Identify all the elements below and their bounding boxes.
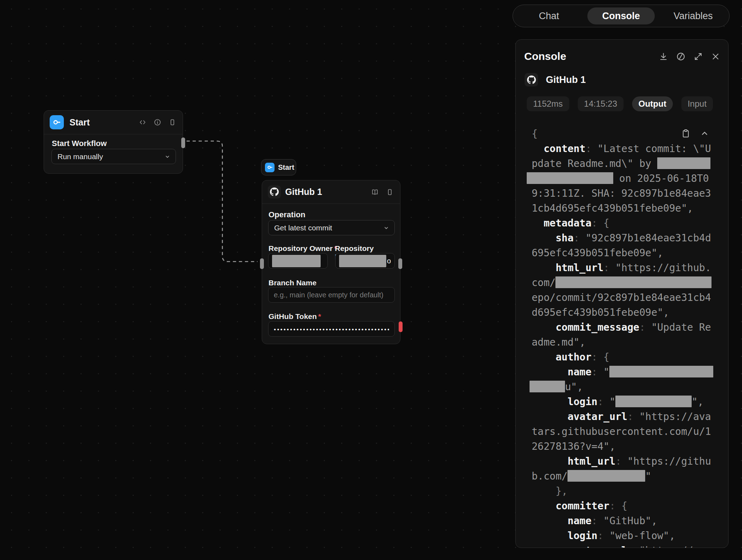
redacted-text [609, 366, 713, 377]
redacted-value [272, 255, 321, 267]
operation-label: Operation [268, 210, 305, 219]
repo-owner-input[interactable] [268, 253, 328, 269]
console-line: login: "", [532, 394, 716, 409]
redacted-value [339, 255, 386, 267]
redacted-text [555, 276, 711, 288]
console-line: html_url: "https://github. [532, 261, 716, 275]
start-node-icon [50, 115, 64, 129]
redacted-text [530, 381, 565, 392]
console-line: sha: "92c897b1e84eae31cb4d [532, 231, 716, 246]
start-node-title: Start [70, 117, 90, 128]
start-pill-icon [265, 163, 275, 172]
console-panel[interactable]: Console GitHub 1 [515, 39, 729, 548]
start-node[interactable]: Start Start Workflow Run manually [44, 110, 183, 174]
github-node[interactable]: GitHub 1 Operation Get latest commit Rep… [262, 180, 400, 344]
console-line: }, [532, 484, 716, 499]
console-line: u", [532, 380, 716, 394]
console-line: d695efc439b051febe09e", [532, 305, 716, 320]
tab-chat[interactable]: Chat [515, 7, 582, 24]
start-trigger-value: Run manually [57, 152, 103, 161]
console-line: on 2025-06-18T0 [532, 171, 716, 186]
console-line: metadata: { [532, 216, 716, 231]
duration-badge: 1152ms [527, 96, 569, 111]
start-node-header[interactable]: Start [44, 111, 183, 134]
workflow-canvas[interactable]: Start Start Workflow Run manually [0, 0, 742, 560]
redacted-text [527, 172, 613, 184]
repo-name-input[interactable]: o [335, 253, 395, 269]
console-output[interactable]: { content: "Latest commit: \"Update Read… [532, 127, 716, 548]
code-icon[interactable] [139, 118, 146, 126]
console-line: 695efc439b051febe09e", [532, 246, 716, 261]
console-line: committer: { [532, 499, 716, 514]
branch-label: Branch Name [268, 279, 316, 287]
console-line: author: { [532, 350, 716, 365]
cancel-icon[interactable] [676, 52, 686, 61]
start-pill-label: Start [278, 163, 294, 172]
start-trigger-select[interactable]: Run manually [51, 149, 176, 164]
tab-console[interactable]: Console [587, 7, 654, 24]
console-line: pdate Readme.md\" by [532, 156, 716, 171]
console-line: avatar_url: "https://ava [532, 409, 716, 424]
connection-port[interactable] [260, 258, 264, 269]
console-line: login: "web-flow", [532, 528, 716, 543]
console-line: com/ [532, 275, 716, 290]
connection-port[interactable] [398, 258, 402, 269]
token-input[interactable]: •••••••••••••••••••••••••••••••••••••• [268, 321, 395, 337]
console-line: 9:31:11Z. SHA: 92c897b1e84eae3 [532, 186, 716, 201]
repo-name-visible-text: o [387, 257, 391, 265]
timestamp-badge: 14:15:23 [578, 96, 624, 111]
console-line: name: " [532, 365, 716, 380]
console-line: b.com/" [532, 469, 716, 484]
github-node-header[interactable]: GitHub 1 [262, 180, 400, 204]
expand-icon[interactable] [693, 52, 703, 61]
redacted-text [567, 470, 645, 482]
console-line: { [532, 127, 716, 141]
connection-port[interactable] [181, 138, 185, 148]
chevron-down-icon [164, 153, 171, 160]
github-icon [525, 73, 538, 86]
console-line: adme.md", [532, 335, 716, 350]
token-label: GitHub Token* [268, 312, 321, 321]
download-icon[interactable] [659, 52, 668, 61]
github-icon [268, 185, 281, 198]
github-node-title: GitHub 1 [285, 187, 322, 197]
redacted-text [615, 396, 692, 407]
docs-book-icon[interactable] [371, 188, 379, 196]
console-line: html_url: "https://githu [532, 454, 716, 469]
console-line: avatar_url: "https:// [532, 543, 716, 548]
input-tab[interactable]: Input [681, 96, 713, 111]
error-port[interactable] [399, 321, 403, 332]
branch-input[interactable]: e.g., main (leave empty for default) [268, 287, 395, 303]
console-line: 1cb4d695efc439b051febe09e", [532, 201, 716, 216]
tab-variables[interactable]: Variables [660, 7, 727, 24]
panel-icon[interactable] [386, 188, 394, 196]
panel-tabbar: Chat Console Variables [513, 5, 730, 27]
branch-placeholder: e.g., main (leave empty for default) [274, 291, 383, 299]
start-workflow-label: Start Workflow [52, 139, 107, 148]
console-line: commit_message: "Update Re [532, 320, 716, 335]
close-icon[interactable] [711, 52, 720, 61]
console-title: Console [524, 50, 566, 62]
start-pill[interactable]: Start [261, 159, 296, 175]
info-icon[interactable] [154, 118, 161, 126]
redacted-text [657, 157, 710, 169]
console-line: content: "Latest commit: \"U [532, 141, 716, 156]
output-tab[interactable]: Output [632, 96, 673, 111]
token-masked-value: •••••••••••••••••••••••••••••••••••••• [274, 325, 389, 333]
console-line: tars.githubusercontent.com/u/1 [532, 424, 716, 439]
chevron-down-icon [383, 225, 389, 231]
panel-icon[interactable] [168, 118, 176, 126]
console-node-name: GitHub 1 [546, 74, 586, 85]
operation-select[interactable]: Get latest commit [268, 220, 395, 235]
required-asterisk: * [318, 312, 321, 320]
console-line: 26278136?v=4", [532, 439, 716, 454]
operation-value: Get latest commit [274, 224, 332, 232]
console-line: name: "GitHub", [532, 514, 716, 528]
repo-owner-label: Repository Owner* [268, 244, 337, 253]
console-line: epo/commit/92c897b1e84eae31cb4 [532, 290, 716, 305]
